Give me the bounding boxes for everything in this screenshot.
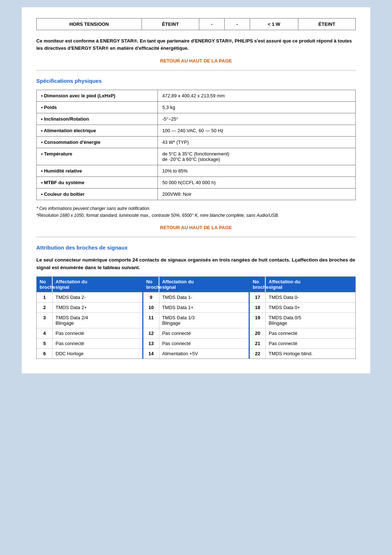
- specs-label: • Température: [37, 148, 158, 165]
- specs-row: • Couleur du boîtier200VW8: Noir: [37, 189, 356, 200]
- specs-value: -5°~25°: [158, 113, 356, 125]
- signal-row-no: 2: [37, 303, 53, 312]
- signal-header-no: Nobroche: [250, 277, 266, 292]
- signal-row-no: 6: [37, 349, 53, 358]
- signal-header-aff: Affectation dusignal: [159, 277, 249, 292]
- signal-row: 22TMDS Horloge blind.: [250, 349, 355, 358]
- signal-row-aff: Alimentation +5V: [159, 349, 249, 358]
- specs-heading: Spécifications physiques: [36, 78, 356, 84]
- specs-label: • Inclinaison/Rotation: [37, 113, 158, 125]
- signal-row-no: 12: [143, 328, 159, 338]
- signal-row-aff: TMDS Data 1+: [159, 303, 249, 312]
- power-col4: < 1 W: [250, 19, 298, 30]
- signal-heading: Attribution des broches de signaux: [36, 244, 356, 251]
- specs-value: 50 000 h(CCFL 40 000 h): [158, 177, 356, 189]
- divider-1: [36, 70, 356, 70]
- specs-value: 100 — 240 VAC, 60 — 50 Hz: [158, 125, 356, 137]
- signal-row: 10TMDS Data 1+: [143, 303, 249, 313]
- signal-row-aff: DDC Horloge: [53, 349, 142, 358]
- signal-row-no: 18: [250, 303, 266, 312]
- signal-row-aff: TMDS Data 0/5Blingage: [266, 313, 355, 328]
- specs-value: 200VW8: Noir: [158, 189, 356, 200]
- signal-header-aff: Affectation dusignal: [266, 277, 355, 292]
- signal-row-no: 5: [37, 339, 53, 348]
- signal-row: 17TMDS Data 0-: [250, 292, 355, 303]
- signal-row-aff: TMDS Data 1-: [159, 292, 249, 302]
- signal-header-aff: Affectation dusignal: [53, 277, 142, 292]
- signal-column: NobrocheAffectation dusignal17TMDS Data …: [249, 276, 356, 359]
- signal-row-no: 3: [37, 313, 53, 328]
- signal-row-no: 19: [250, 313, 266, 328]
- power-col3: -: [224, 19, 250, 30]
- return-link-2[interactable]: RETOUR AU HAUT DE LA PAGE: [36, 225, 356, 230]
- specs-notes: * Ces informations peuvent changer sans …: [36, 205, 356, 219]
- signal-row-no: 14: [143, 349, 159, 358]
- signal-row-aff: TMDS Horloge blind.: [266, 349, 355, 358]
- specs-value: de 5°C à 35°C (fonctionnement)de -20°C à…: [158, 148, 356, 165]
- specs-row: • Humidité relative10% to 85%: [37, 165, 356, 177]
- power-table: HORS TENSIOON ÉTEINT - - < 1 W ÉTEINT: [36, 18, 356, 30]
- signal-column: NobrocheAffectation dusignal9TMDS Data 1…: [142, 276, 249, 359]
- signal-row-aff: Pas connecté: [266, 339, 355, 348]
- signal-row-no: 11: [143, 313, 159, 328]
- signal-row: 6DDC Horloge: [37, 349, 142, 358]
- signal-row-aff: TMDS Data 2/4Blingage: [53, 313, 142, 328]
- signal-header-no: Nobroche: [143, 277, 159, 292]
- signal-row-aff: TMDS Data 1/3Blingage: [159, 313, 249, 328]
- divider-2: [36, 237, 356, 237]
- signal-row: 18TMDS Data 0+: [250, 303, 355, 313]
- signal-row-aff: Pas connecté: [53, 339, 142, 348]
- power-col2: -: [199, 19, 224, 30]
- specs-table: • Dimension avec le pied (LxHxP)472,89 x…: [36, 90, 356, 200]
- signal-row: 9TMDS Data 1-: [143, 292, 249, 303]
- signal-row: 2TMDS Data 2+: [37, 303, 142, 313]
- signal-row-no: 20: [250, 328, 266, 338]
- signal-row: 11TMDS Data 1/3Blingage: [143, 313, 249, 328]
- specs-row: • Dimension avec le pied (LxHxP)472,89 x…: [37, 90, 356, 102]
- signal-row: 19TMDS Data 0/5Blingage: [250, 313, 355, 328]
- signal-row-aff: TMDS Data 2-: [53, 292, 142, 302]
- signal-row: 21Pas connecté: [250, 339, 355, 349]
- specs-label: • Couleur du boîtier: [37, 189, 158, 200]
- signal-row-aff: Pas connecté: [266, 328, 355, 338]
- specs-value: 10% to 85%: [158, 165, 356, 177]
- signal-row-no: 9: [143, 292, 159, 302]
- specs-label: • Consommation d'énergie: [37, 137, 158, 148]
- specs-label: • Alimentation électrique: [37, 125, 158, 137]
- signal-header-no: Nobroche: [37, 277, 53, 292]
- specs-row: • Alimentation électrique100 — 240 VAC, …: [37, 125, 356, 137]
- signal-column: NobrocheAffectation dusignal1TMDS Data 2…: [36, 276, 142, 359]
- signal-row-aff: TMDS Data 2+: [53, 303, 142, 312]
- energy-note: Ce moniteur est conforme à ENERGY STAR®.…: [36, 37, 356, 52]
- specs-row: • Températurede 5°C à 35°C (fonctionneme…: [37, 148, 356, 165]
- specs-value: 472,89 x 400,42 x 213,59 mm: [158, 90, 356, 102]
- spec-note: *Résolution 1680 x 1050, format standard…: [36, 212, 356, 219]
- signal-table: NobrocheAffectation dusignal1TMDS Data 2…: [36, 276, 356, 359]
- signal-row-aff: Pas connecté: [53, 328, 142, 338]
- signal-row-no: 22: [250, 349, 266, 358]
- specs-value: 5,3 kg: [158, 102, 356, 113]
- signal-row-no: 21: [250, 339, 266, 348]
- signal-row-aff: TMDS Data 0-: [266, 292, 355, 302]
- specs-label: • MTBF du système: [37, 177, 158, 189]
- signal-row: 3TMDS Data 2/4Blingage: [37, 313, 142, 328]
- signal-row: 12Pas connecté: [143, 328, 249, 339]
- specs-value: 43 W* (TYP): [158, 137, 356, 148]
- power-col5: ÉTEINT: [298, 19, 355, 30]
- power-mode: HORS TENSIOON: [37, 19, 142, 30]
- signal-column-header: NobrocheAffectation dusignal: [250, 277, 355, 292]
- specs-label: • Humidité relative: [37, 165, 158, 177]
- specs-row: • Consommation d'énergie43 W* (TYP): [37, 137, 356, 148]
- signal-column-header: NobrocheAffectation dusignal: [37, 277, 142, 292]
- return-link-1[interactable]: RETOUR AU HAUT DE LA PAGE: [36, 58, 356, 64]
- signal-row: 13Pas connecté: [143, 339, 249, 349]
- signal-row-no: 1: [37, 292, 53, 302]
- signal-row: 20Pas connecté: [250, 328, 355, 339]
- signal-row: 1TMDS Data 2-: [37, 292, 142, 303]
- signal-row-aff: TMDS Data 0+: [266, 303, 355, 312]
- signal-column-header: NobrocheAffectation dusignal: [143, 277, 249, 292]
- signal-description: Le seul connecteur numérique comporte 24…: [36, 256, 356, 271]
- signal-row: 5Pas connecté: [37, 339, 142, 349]
- page-content: HORS TENSIOON ÉTEINT - - < 1 W ÉTEINT Ce…: [22, 7, 370, 373]
- signal-row: 14Alimentation +5V: [143, 349, 249, 358]
